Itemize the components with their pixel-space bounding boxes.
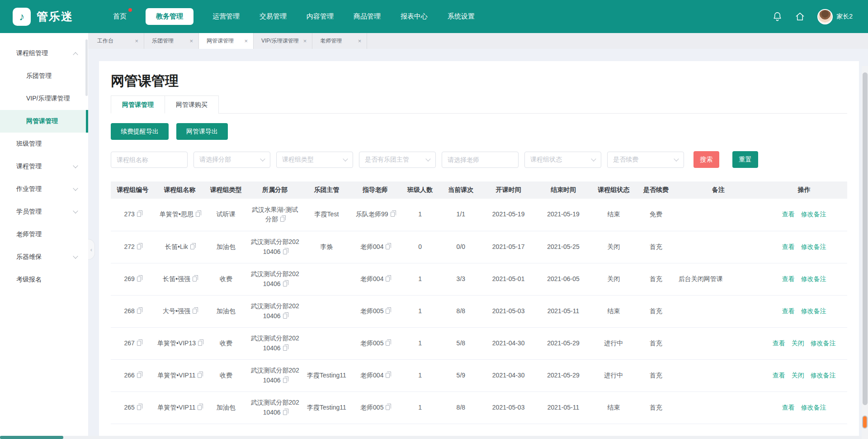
copy-icon[interactable] [137,341,141,346]
sidebar-item-vip-theory-mgmt[interactable]: VIP/乐理课管理 [0,87,88,110]
search-button[interactable]: 搜索 [693,151,719,168]
copy-icon[interactable] [386,405,390,410]
copy-icon[interactable] [198,373,202,378]
chevron-down-icon [73,253,78,258]
view-link[interactable]: 查看 [782,403,795,413]
nav-item-reports[interactable]: 报表中心 [400,8,429,25]
vertical-scrollbar-thumb[interactable] [863,72,868,405]
nav-item-home[interactable]: 首页 [112,8,127,25]
edit-remark-link[interactable]: 修改备注 [811,339,836,348]
close-icon[interactable]: × [302,38,308,44]
sidebar-item-teacher-mgmt[interactable]: 老师管理 [0,223,88,246]
copy-icon[interactable] [386,277,390,282]
view-link[interactable]: 查看 [782,306,795,316]
sidebar-item-student-mgmt[interactable]: 学员管理 [0,200,88,223]
online-course-export-button[interactable]: 网管课导出 [176,123,228,140]
copy-icon[interactable] [196,212,200,217]
subtab-online-course-mgmt[interactable]: 网管课管理 [111,95,165,114]
copy-icon[interactable] [198,341,202,346]
view-link[interactable]: 查看 [782,242,795,252]
course-group-status-select[interactable]: 课程组状态 [524,152,601,168]
user-menu[interactable]: 家长2 [817,9,853,24]
nav-item-settings[interactable]: 系统设置 [447,8,476,25]
copy-icon[interactable] [137,277,141,282]
close-icon[interactable]: × [357,38,363,44]
copy-icon[interactable] [137,373,141,378]
bell-icon[interactable] [772,11,783,22]
edit-remark-link[interactable]: 修改备注 [801,242,826,252]
subtab-online-course-purchase[interactable]: 网管课购买 [165,95,219,114]
cell-start: 2021-04-30 [481,327,535,359]
nav-item-content[interactable]: 内容管理 [306,8,335,25]
nav-item-products[interactable]: 商品管理 [353,8,382,25]
renewal-reminder-export-button[interactable]: 续费提醒导出 [111,123,169,140]
view-link[interactable]: 查看 [773,371,785,381]
copy-icon[interactable] [193,309,197,314]
view-link[interactable]: 查看 [773,339,785,348]
reset-button[interactable]: 重置 [732,151,758,168]
has-band-manager-select[interactable]: 是否有乐团主管 [359,152,436,168]
sidebar-scrollbar-thumb[interactable] [85,39,88,96]
copy-icon[interactable] [190,244,194,249]
edit-remark-link[interactable]: 修改备注 [801,274,826,284]
edit-remark-link[interactable]: 修改备注 [801,403,826,413]
tab-online-course-mgmt[interactable]: 网管课管理× [199,33,254,49]
copy-icon[interactable] [283,346,287,351]
nav-item-academic[interactable]: 教务管理 [146,8,193,25]
copy-icon[interactable] [386,373,390,378]
home-icon[interactable] [795,11,805,22]
sidebar-item-online-course-mgmt[interactable]: 网管课管理 [0,110,88,133]
course-group-name-input[interactable] [111,152,188,168]
close-icon[interactable]: × [134,38,139,44]
scroll-marker[interactable] [862,415,868,429]
tab-vip-theory-mgmt[interactable]: VIP/乐理课管理× [254,33,312,49]
sidebar-item-course-mgmt[interactable]: 课程管理 [0,155,88,178]
horizontal-scrollbar-thumb[interactable] [0,436,63,439]
renewal-select[interactable]: 是否续费 [607,152,684,168]
cell-status: 结束 [591,199,636,231]
edit-remark-link[interactable]: 修改备注 [801,306,826,316]
sidebar-item-homework-mgmt[interactable]: 作业管理 [0,178,88,200]
cell-remark: 后台关闭网管课 [676,263,761,295]
copy-icon[interactable] [283,410,287,415]
nav-item-transactions[interactable]: 交易管理 [259,8,288,25]
close-link[interactable]: 关闭 [792,339,804,348]
course-group-type-select[interactable]: 课程组类型 [276,152,353,168]
close-icon[interactable]: × [243,38,249,44]
brand-logo[interactable]: ♪ 管乐迷 [0,8,96,26]
sidebar-item-instrument-maintenance[interactable]: 乐器维保 [0,246,88,268]
branch-select[interactable]: 请选择分部 [193,152,270,168]
copy-icon[interactable] [283,249,287,254]
copy-icon[interactable] [283,282,287,286]
edit-remark-link[interactable]: 修改备注 [801,210,826,220]
close-icon[interactable]: × [189,38,194,44]
sidebar-item-exam-registration[interactable]: 考级报名 [0,268,88,291]
copy-icon[interactable] [137,212,141,217]
sidebar-item-band-mgmt[interactable]: 乐团管理 [0,65,88,87]
horizontal-scrollbar-track[interactable] [0,436,862,439]
copy-icon[interactable] [137,244,141,249]
copy-icon[interactable] [391,212,395,217]
sidebar-item-course-group-mgmt[interactable]: 课程组管理 [0,42,88,65]
vertical-scrollbar-track[interactable] [862,66,868,439]
copy-icon[interactable] [386,309,390,314]
copy-icon[interactable] [137,309,141,314]
close-link[interactable]: 关闭 [792,371,804,381]
copy-icon[interactable] [193,277,197,282]
copy-icon[interactable] [283,378,287,383]
view-link[interactable]: 查看 [782,210,795,220]
copy-icon[interactable] [280,217,284,222]
copy-icon[interactable] [137,405,141,410]
copy-icon[interactable] [386,341,390,346]
nav-item-operations[interactable]: 运营管理 [212,8,241,25]
teacher-input[interactable] [442,152,519,168]
tab-band-mgmt[interactable]: 乐团管理× [144,33,199,49]
view-link[interactable]: 查看 [782,274,795,284]
copy-icon[interactable] [198,405,202,410]
edit-remark-link[interactable]: 修改备注 [811,371,836,381]
sidebar-item-class-mgmt[interactable]: 班级管理 [0,133,88,155]
tab-teacher-mgmt[interactable]: 老师管理× [312,33,367,49]
copy-icon[interactable] [386,244,390,249]
tab-workbench[interactable]: 工作台× [90,33,144,49]
copy-icon[interactable] [283,314,287,319]
